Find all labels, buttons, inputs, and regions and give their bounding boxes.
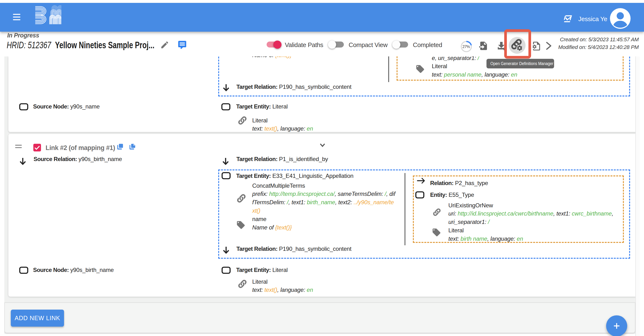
svg-text:27%: 27% — [462, 44, 470, 49]
